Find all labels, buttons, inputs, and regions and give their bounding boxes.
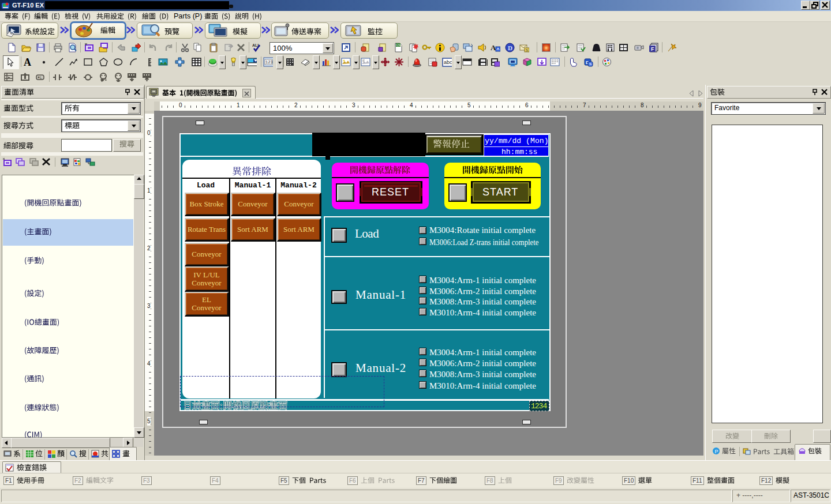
svg-text:P: P: [715, 449, 718, 454]
svg-text:F: F: [651, 46, 654, 52]
svg-text:L: L: [40, 76, 42, 80]
svg-text:S: S: [589, 62, 592, 66]
svg-text:123: 123: [265, 60, 273, 65]
svg-text:CSV: CSV: [396, 43, 403, 47]
svg-text:D: D: [508, 44, 512, 51]
svg-text:abc: abc: [444, 59, 452, 65]
svg-text:S: S: [526, 48, 528, 52]
